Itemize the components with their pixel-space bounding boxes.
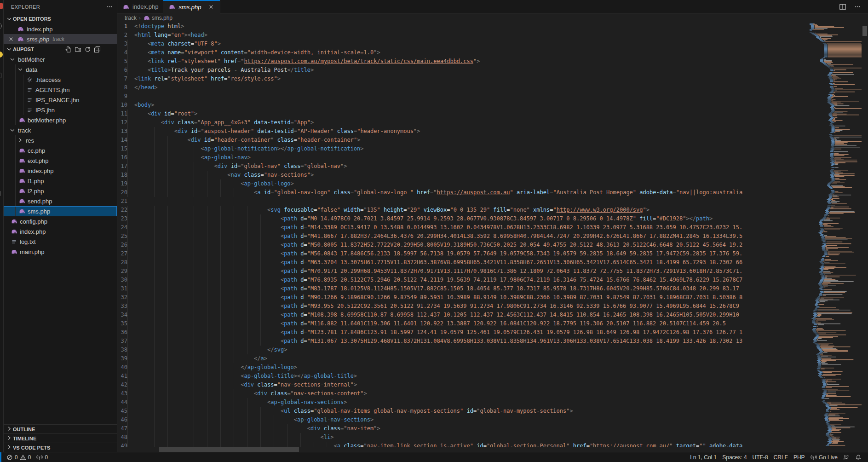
code-line[interactable]: 41 <ap-global-title></ap-global-title> (117, 372, 810, 381)
tree-item-exit.php[interactable]: exit.php (4, 156, 117, 166)
cursor-position[interactable]: Ln 1, Col 1 (687, 454, 719, 461)
new-file-icon[interactable] (64, 45, 72, 53)
go-live-button[interactable]: Go Live (808, 454, 840, 461)
code-line[interactable]: 38 </svg> (117, 346, 810, 354)
code-line[interactable]: 40 </ap-global-logo> (117, 363, 810, 372)
code-line[interactable]: 28 <path d="M63.3704 13.3075H61.7715V11.… (117, 258, 810, 267)
close-icon[interactable] (207, 3, 215, 11)
vertical-scrollbar[interactable] (862, 22, 868, 452)
code-area[interactable]: 1<!doctype html>2<html lang="en"><head>3… (117, 22, 810, 447)
code-line[interactable]: 7<link rel="stylesheet" href="res/style.… (117, 75, 810, 83)
open-editor-item-index.php[interactable]: index.php (4, 24, 117, 34)
tree-item-l2.php[interactable]: l2.php (4, 186, 117, 196)
code-line[interactable]: 17 <div id="global-nav" class="global-na… (117, 162, 810, 171)
code-line[interactable]: 6 <title>Track your parcels - Australia … (117, 66, 810, 75)
tree-item-l1.php[interactable]: l1.php (4, 176, 117, 186)
problems-indicator[interactable]: 0 0 (4, 454, 34, 461)
section-timeline[interactable]: TIMELINE (4, 433, 117, 443)
tree-item-sms.php[interactable]: sms.php (4, 206, 117, 216)
tree-item-log.txt[interactable]: log.txt (4, 237, 117, 247)
code-line[interactable]: 47 <div class="nav-item"> (117, 424, 810, 433)
new-folder-icon[interactable] (74, 45, 82, 53)
code-line[interactable]: 19 <ap-global-logo> (117, 179, 810, 188)
code-line[interactable]: 48 <li> (117, 433, 810, 442)
code-line[interactable]: 39 </a> (117, 354, 810, 363)
code-line[interactable]: 14 <div id="header-container" class="hea… (117, 136, 810, 144)
code-line[interactable]: 21 (117, 197, 810, 206)
code-line[interactable]: 23 <path d="M0 14.4978C0 20.7021 3.84597… (117, 214, 810, 223)
vertical-scrollbar-thumb[interactable] (862, 26, 867, 36)
open-editor-item-sms.php[interactable]: sms.php track (4, 34, 117, 44)
code-line[interactable]: 30 <path d="M76.8935 20.5122C75.2946 20.… (117, 276, 810, 284)
code-line[interactable]: 22 <svg focusable="false" width="135" he… (117, 206, 810, 214)
tree-item-cc.php[interactable]: cc.php (4, 145, 117, 156)
code-line[interactable]: 45 <ul class="global-nav-items global-na… (117, 407, 810, 416)
code-line[interactable]: 42 <div class="nav-sections-internal"> (117, 381, 810, 389)
indentation-setting[interactable]: Spaces: 4 (719, 454, 749, 461)
tab-index.php[interactable]: index.php (117, 0, 163, 13)
code-line[interactable]: 26 <path d="M50.8005 11.8372H52.7722V20.… (117, 241, 810, 249)
code-line[interactable]: 32 <path d="M90.1266 9.18968C90.1266 9.8… (117, 293, 810, 302)
tree-item-main.php[interactable]: main.php (4, 247, 117, 257)
tree-item-IPS_RANGE.jhn[interactable]: IPS_RANGE.jhn (4, 95, 117, 105)
code-editor[interactable]: 1<!doctype html>2<html lang="en"><head>3… (117, 22, 868, 452)
minimap[interactable] (810, 22, 862, 447)
tree-item-track[interactable]: track (4, 125, 117, 135)
code-line[interactable]: 1<!doctype html> (117, 22, 810, 31)
code-line[interactable]: 15 <ap-global-notification></ap-global-n… (117, 144, 810, 153)
code-line[interactable]: 25 <path d="M41.8667 17.882H37.2464L36.4… (117, 232, 810, 241)
breadcrumb-folder[interactable]: track (125, 15, 137, 21)
split-editor-icon[interactable] (838, 2, 848, 12)
code-line[interactable]: 8</head> (117, 83, 810, 92)
code-line[interactable]: 11 <div id="root"> (117, 110, 810, 118)
code-line[interactable]: 27 <path d="M56.0843 17.8486C56.2133 18.… (117, 249, 810, 258)
tree-item-.htaccess[interactable]: .htaccess (4, 75, 117, 85)
section-vscode-pets[interactable]: VS CODE PETS (4, 443, 117, 452)
notifications-button[interactable] (852, 454, 864, 461)
refresh-icon[interactable] (83, 45, 92, 53)
code-line[interactable]: 2<html lang="en"><head> (117, 31, 810, 40)
pets-button[interactable] (840, 454, 852, 461)
code-line[interactable]: 49 <a class="nav-item-link section is-ac… (117, 442, 810, 447)
code-line[interactable]: 3 <meta charset="UTF-8"> (117, 40, 810, 48)
close-icon[interactable] (7, 35, 15, 43)
code-line[interactable]: 12 <div class="App_app__4xG+3" data-test… (117, 118, 810, 127)
eol-setting[interactable]: CRLF (771, 454, 791, 461)
encoding-setting[interactable]: UTF-8 (750, 454, 771, 461)
code-line[interactable]: 18 <nav class="nav-sections"> (117, 171, 810, 179)
code-line[interactable]: 16 <ap-global-nav> (117, 153, 810, 162)
code-line[interactable]: 35 <path d="M116.882 11.6401C119.306 11.… (117, 319, 810, 328)
tree-item-config.php[interactable]: config.php (4, 216, 117, 226)
code-line[interactable]: 5 <link rel="stylesheet" href="https://a… (117, 57, 810, 66)
code-line[interactable]: 34 <path d="M108.398 8.69958C110.87 8.69… (117, 311, 810, 319)
language-mode[interactable]: PHP (791, 454, 808, 461)
tree-item-res[interactable]: res (4, 135, 117, 145)
open-editors-header[interactable]: OPEN EDITORS (4, 14, 117, 24)
breadcrumb-file[interactable]: sms.php (152, 15, 172, 21)
tree-item-IPS.jhn[interactable]: IPS.jhn (4, 105, 117, 115)
code-line[interactable]: 13 <div id="auspost-header" data-testid=… (117, 127, 810, 136)
code-line[interactable]: 29 <path d="M70.9171 20.299H68.9453V11.8… (117, 267, 810, 276)
code-line[interactable]: 37 <path d="M131.067 13.3075H129.468V11.… (117, 337, 810, 346)
code-line[interactable]: 24 <path d="M14.3389 0C13.9417 0 13.5488… (117, 223, 810, 232)
horizontal-scrollbar[interactable] (117, 447, 810, 452)
code-line[interactable]: 4 <meta name="viewport" content="width=d… (117, 48, 810, 57)
section-outline[interactable]: OUTLINE (4, 424, 117, 433)
tree-item-botMother.php[interactable]: botMother.php (4, 115, 117, 125)
tree-item-AGENTS.jhn[interactable]: AGENTS.jhn (4, 85, 117, 95)
more-actions-icon[interactable] (852, 2, 862, 12)
tree-item-botMother[interactable]: botMother (4, 54, 117, 64)
code-line[interactable]: 20 <a id="global-nav-logo" class="global… (117, 188, 810, 197)
tree-item-data[interactable]: data (4, 64, 117, 75)
code-line[interactable]: 43 <div class="nav-sections-content"> (117, 389, 810, 398)
project-section-header[interactable]: AUPOST (4, 44, 117, 54)
tab-sms.php[interactable]: sms.php (163, 0, 220, 14)
code-line[interactable]: 44 <ap-global-nav-sections> (117, 398, 810, 407)
collapse-all-icon[interactable] (93, 45, 101, 53)
code-line[interactable]: 9 (117, 92, 810, 101)
explorer-more-actions-icon[interactable] (106, 3, 113, 11)
code-line[interactable]: 36 <path d="M123.781 17.8486C123.91 18.5… (117, 328, 810, 337)
code-line[interactable]: 33 <path d="M93.955 20.5122C92.3561 20.5… (117, 302, 810, 311)
tree-item-index.php[interactable]: index.php (4, 226, 117, 237)
code-line[interactable]: 31 <path d="M83.1787 18.0125V8.1124H85.1… (117, 284, 810, 293)
